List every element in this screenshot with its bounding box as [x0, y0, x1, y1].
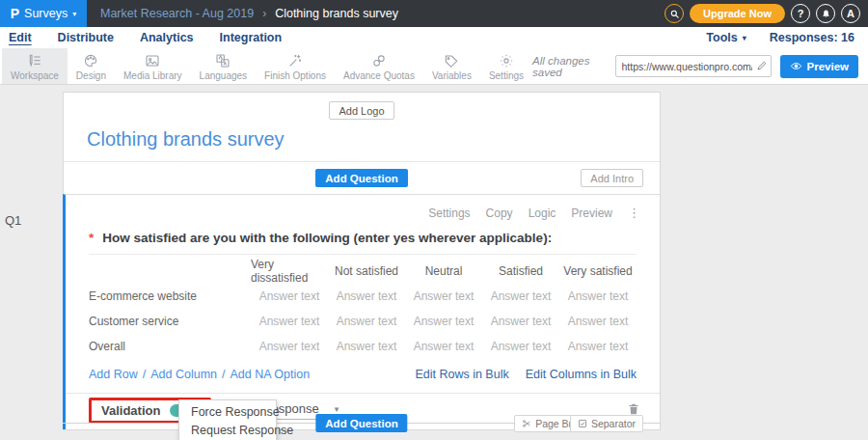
question-text[interactable]: *How satisfied are you with the followin… [89, 231, 637, 245]
survey-url-input[interactable] [615, 55, 772, 77]
tool-label: Workspace [11, 70, 59, 81]
responses-count[interactable]: Responses: 16 [770, 31, 854, 44]
add-question-button-bottom[interactable]: Add Question [315, 414, 407, 432]
eye-icon [790, 60, 802, 72]
matrix-answer-cell[interactable]: Answer text [559, 334, 637, 359]
matrix-column-header[interactable]: Neutral [405, 259, 482, 284]
breadcrumb: Market Research - Aug 2019 › Clothing br… [100, 7, 398, 20]
tab-distribute[interactable]: Distribute [58, 31, 114, 45]
survey-nav-right: Tools▾ Responses: 16 [706, 31, 868, 44]
tool-variables[interactable]: Variables [423, 48, 480, 84]
edit-url-button[interactable] [754, 59, 770, 74]
matrix-row-label[interactable]: Customer service [89, 309, 251, 334]
add-logo-button[interactable]: Add Logo [329, 101, 393, 120]
edit-columns-in-bulk-link[interactable]: Edit Columns in Bulk [526, 368, 637, 381]
matrix-answer-cell[interactable]: Answer text [405, 309, 482, 334]
editor-workspace: Q1 Add Logo Clothing brands survey Add Q… [0, 85, 868, 440]
add-row-link[interactable]: Add Row [89, 368, 138, 381]
edit-rows-in-bulk-link[interactable]: Edit Rows in Bulk [415, 368, 508, 381]
tool-label: Advance Quotas [343, 70, 415, 81]
breadcrumb-survey-name: Clothing brands survey [275, 7, 398, 20]
matrix-answer-cell[interactable]: Answer text [251, 309, 328, 334]
account-button[interactable]: A [841, 4, 860, 23]
matrix-answer-cell[interactable]: Answer text [559, 309, 637, 334]
matrix-column-header[interactable]: Very dissatisfied [251, 259, 328, 284]
row-column-links: Add Row / Add Column / Add NA Option [89, 368, 310, 381]
editor-toolbar: Workspace Design Media Library Languages… [0, 48, 868, 85]
matrix-answer-cell[interactable]: Answer text [482, 309, 559, 334]
divider [89, 254, 637, 255]
matrix-column-header[interactable]: Not satisfied [328, 259, 405, 284]
help-button[interactable]: ? [791, 4, 810, 23]
link-separator: / [222, 368, 225, 381]
menu-item-force-response[interactable]: Force Response [179, 402, 276, 421]
matrix-answer-cell[interactable]: Answer text [559, 284, 637, 309]
matrix-answer-cell[interactable]: Answer text [482, 284, 559, 309]
question-settings-link[interactable]: Settings [428, 206, 470, 220]
scissors-icon [522, 419, 531, 428]
separator-button[interactable]: Separator [570, 415, 643, 432]
matrix-answer-cell[interactable]: Answer text [328, 334, 405, 359]
matrix-row-label[interactable]: E-commerce website [89, 284, 251, 309]
tool-settings[interactable]: Settings [480, 48, 532, 84]
question-mark-icon: ? [798, 8, 804, 19]
topbar: P Surveys ▾ Market Research - Aug 2019 ›… [0, 0, 868, 27]
add-intro-button[interactable]: Add Intro [581, 169, 643, 187]
matrix-answer-cell[interactable]: Answer text [251, 284, 328, 309]
tool-media-library[interactable]: Media Library [115, 48, 191, 84]
matrix-column-header[interactable]: Satisfied [482, 259, 559, 284]
breadcrumb-folder-link[interactable]: Market Research - Aug 2019 [100, 7, 254, 20]
tool-workspace[interactable]: Workspace [2, 48, 68, 84]
survey-title[interactable]: Clothing brands survey [87, 128, 660, 151]
matrix-answer-cell[interactable]: Answer text [405, 284, 482, 309]
magic-wand-icon [287, 53, 303, 69]
add-na-option-link[interactable]: Add NA Option [231, 368, 311, 381]
tool-design[interactable]: Design [68, 48, 115, 84]
survey-nav: Edit Distribute Analytics Integration To… [0, 27, 868, 48]
tab-edit[interactable]: Edit [9, 31, 32, 45]
link-separator: / [143, 368, 146, 381]
matrix-row-label[interactable]: Overall [89, 334, 251, 359]
image-icon [145, 53, 160, 69]
palette-icon [83, 53, 98, 69]
tool-label: Settings [489, 70, 524, 81]
bulk-edit-links: Edit Rows in Bulk Edit Columns in Bulk [415, 368, 637, 381]
required-marker: * [89, 231, 94, 245]
tool-finish-options[interactable]: Finish Options [256, 48, 335, 84]
toolbar-right: All changes saved Preview [532, 48, 868, 84]
matrix-answer-cell[interactable]: Answer text [251, 334, 328, 359]
matrix-answer-cell[interactable]: Answer text [405, 334, 482, 359]
matrix-answer-cell[interactable]: Answer text [482, 334, 559, 359]
add-question-button-top[interactable]: Add Question [315, 169, 407, 187]
upgrade-button[interactable]: Upgrade Now [690, 4, 785, 23]
matrix-links-row: Add Row / Add Column / Add NA Option Edi… [89, 368, 637, 381]
matrix-table: Very dissatisfied Not satisfied Neutral … [89, 259, 637, 359]
question-copy-link[interactable]: Copy [486, 206, 513, 220]
more-options-icon[interactable]: ⋮ [628, 206, 640, 220]
question-preview-link[interactable]: Preview [571, 206, 612, 220]
product-switcher[interactable]: P Surveys ▾ [0, 0, 87, 27]
matrix-answer-cell[interactable]: Answer text [328, 284, 405, 309]
tool-label: Languages [200, 70, 248, 81]
tool-label: Finish Options [264, 70, 326, 81]
menu-item-request-response[interactable]: Request Response [179, 421, 276, 439]
pencil-icon [756, 60, 768, 71]
bell-icon [821, 9, 831, 19]
preview-button[interactable]: Preview [780, 55, 858, 78]
notifications-button[interactable] [816, 4, 835, 23]
tool-advance-quotas[interactable]: Advance Quotas [335, 48, 423, 84]
add-column-link[interactable]: Add Column [150, 368, 217, 381]
tool-languages[interactable]: Languages [191, 48, 257, 84]
chevron-down-icon: ▾ [743, 34, 746, 42]
search-button[interactable] [665, 4, 684, 23]
matrix-column-header[interactable]: Very satisfied [559, 259, 637, 284]
question-logic-link[interactable]: Logic [529, 206, 556, 220]
search-icon [669, 9, 680, 19]
tab-integration[interactable]: Integration [220, 31, 283, 45]
tab-analytics[interactable]: Analytics [140, 31, 194, 45]
tools-menu[interactable]: Tools▾ [706, 31, 746, 44]
languages-icon [215, 53, 231, 69]
question-number-label: Q1 [5, 213, 21, 228]
matrix-answer-cell[interactable]: Answer text [328, 309, 405, 334]
avatar: A [847, 8, 854, 19]
